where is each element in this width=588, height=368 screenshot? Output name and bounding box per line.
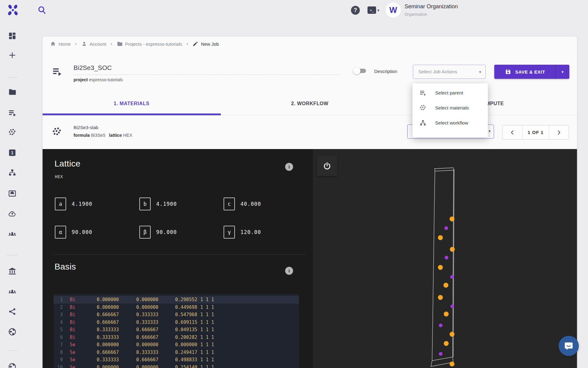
chevron-down-icon: ▾ xyxy=(377,8,379,13)
lattice-info-icon[interactable]: i xyxy=(285,163,293,171)
lattice-param-alpha[interactable]: α 90.000 xyxy=(55,226,92,239)
basis-row: 8Se0.6666670.3333330.2494171 1 1 xyxy=(54,349,299,356)
param-value: 90.000 xyxy=(72,229,92,235)
job-project: project espresso-tutorials xyxy=(74,77,123,82)
prev-page-button[interactable] xyxy=(503,125,522,139)
breadcrumb-label: New Job xyxy=(201,41,219,47)
atom xyxy=(439,324,443,327)
materials-icon[interactable] xyxy=(8,128,17,137)
lattice-type: HEX xyxy=(55,174,63,179)
job-actions-placeholder: Select Job Actions xyxy=(418,69,479,75)
atom xyxy=(450,305,454,308)
sidebar-divider xyxy=(7,255,18,255)
sidebar-divider xyxy=(7,77,18,78)
lattice-value: HEX xyxy=(123,133,132,138)
save-menu-caret[interactable]: ▾ xyxy=(556,65,569,79)
atom xyxy=(438,265,443,270)
lattice-param-a[interactable]: a 4.1900 xyxy=(55,197,92,210)
workflows-icon[interactable] xyxy=(8,168,17,177)
menu-item-label: Select parent xyxy=(435,90,463,96)
add-icon[interactable] xyxy=(8,51,17,59)
breadcrumb-new-job: New Job xyxy=(192,41,219,47)
power-button[interactable] xyxy=(317,156,337,176)
description-toggle[interactable] xyxy=(354,68,367,74)
projects-folder-icon[interactable] xyxy=(8,88,17,96)
basis-title: Basis xyxy=(55,262,76,272)
job-actions-select[interactable]: Select Job Actions ▾ xyxy=(413,65,486,79)
formula-value: Bi3Se5 xyxy=(91,133,105,138)
help-icon[interactable]: ? xyxy=(351,6,360,15)
bank-icon[interactable] xyxy=(8,267,17,275)
atom xyxy=(450,362,454,366)
param-label: β xyxy=(139,226,151,239)
save-icon xyxy=(505,68,511,75)
param-value: 4.1900 xyxy=(72,201,92,207)
globe-icon[interactable] xyxy=(8,362,17,368)
search-icon[interactable] xyxy=(37,5,47,15)
sidebar-divider xyxy=(7,350,18,351)
basis-row: 2Bi0.0000000.0000000.4496981 1 1 xyxy=(54,304,299,311)
material-pagination: 1 OF 1 xyxy=(502,125,569,140)
param-value: 40.000 xyxy=(240,201,261,207)
home-icon xyxy=(50,41,56,47)
description-label: Description xyxy=(374,69,397,74)
param-label: γ xyxy=(224,226,235,239)
job-icon xyxy=(52,66,62,77)
lattice-param-c[interactable]: c 40.000 xyxy=(224,197,261,210)
console-menu-button[interactable]: >_ ▾ xyxy=(368,6,379,14)
menu-item-select-workflow[interactable]: Select workflow xyxy=(413,115,488,130)
avatar[interactable]: W xyxy=(386,2,401,18)
tab-materials[interactable]: 1. MATERIALS xyxy=(43,92,221,115)
basis-row: 3Bi0.6666670.3333330.5479681 1 1 xyxy=(54,311,299,319)
breadcrumb-account[interactable]: Account xyxy=(81,41,106,47)
section-divider xyxy=(54,254,306,255)
chat-bubble-icon xyxy=(564,341,574,351)
structure-canvas[interactable] xyxy=(313,149,577,368)
org-name[interactable]: Seminar Organization xyxy=(405,3,458,10)
terminal-icon: >_ xyxy=(368,6,376,14)
atom xyxy=(444,341,449,346)
breadcrumb-home[interactable]: Home xyxy=(50,41,71,47)
menu-item-select-parent[interactable]: Select parent xyxy=(413,85,488,100)
param-label: a xyxy=(55,197,66,210)
active-tab-indicator xyxy=(43,113,221,115)
chat-button[interactable] xyxy=(559,336,579,356)
lattice-param-beta[interactable]: β 90.000 xyxy=(139,226,177,239)
app-logo-icon[interactable] xyxy=(7,4,19,17)
chevron-right-icon: › xyxy=(186,41,188,47)
dashboard-icon[interactable] xyxy=(8,32,17,40)
share-icon[interactable] xyxy=(8,307,17,316)
material-name[interactable]: Bi2Se3-slab xyxy=(74,125,98,130)
toggle-thumb xyxy=(353,67,360,75)
lattice-param-gamma[interactable]: γ 120.00 xyxy=(224,226,261,239)
basis-row: 7Se0.0000000.0000000.0000001 1 1 xyxy=(54,341,299,349)
job-actions-menu: Select parent Select materials xyxy=(413,83,488,137)
basis-info-icon[interactable]: i xyxy=(285,267,293,275)
cloud-upload-icon[interactable] xyxy=(8,209,17,218)
atom xyxy=(445,256,448,259)
power-icon xyxy=(322,161,332,171)
main-card: Home › Account › Projects - espresso-tut… xyxy=(43,36,577,368)
jobs-icon[interactable] xyxy=(8,109,17,117)
atom xyxy=(450,217,454,221)
one-badge-icon[interactable]: 1 xyxy=(8,148,17,157)
material-meta: formula Bi3Se5 lattice HEX xyxy=(74,133,132,138)
basis-editor[interactable]: 1Bi0.0000000.0000000.2985521 1 12Bi0.000… xyxy=(54,294,299,368)
next-page-button[interactable] xyxy=(549,125,569,139)
lattice-label: lattice xyxy=(109,133,122,138)
organization-members-icon[interactable] xyxy=(8,287,17,296)
web-icon[interactable] xyxy=(8,328,17,336)
menu-item-select-materials[interactable]: Select materials xyxy=(413,100,488,115)
lattice-param-b[interactable]: b 4.1900 xyxy=(139,197,177,210)
save-exit-button[interactable]: SAVE & EXIT ▾ xyxy=(494,65,569,79)
tab-workflow[interactable]: 2. WORKFLOW xyxy=(221,92,399,115)
team-icon[interactable] xyxy=(8,230,17,238)
list-play-icon xyxy=(419,89,427,97)
materials-dots-icon xyxy=(419,104,427,112)
breadcrumb-project[interactable]: Projects - espresso-tutorials xyxy=(117,41,182,47)
param-value: 120.00 xyxy=(240,229,261,235)
folder-icon xyxy=(117,41,123,47)
images-icon[interactable] xyxy=(8,189,17,198)
breadcrumb-label: Home xyxy=(58,41,71,47)
job-title-input[interactable]: Bi2Se3_SOC xyxy=(74,64,112,71)
